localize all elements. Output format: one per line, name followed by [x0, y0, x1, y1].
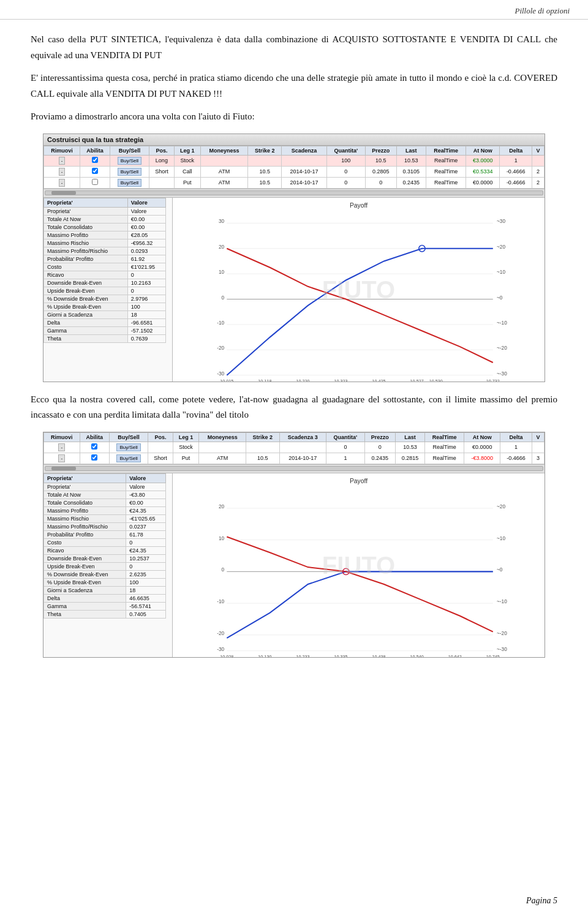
cell-realtime: RealTime [426, 166, 466, 177]
cell2-realtime: RealTime [425, 453, 464, 464]
svg-text:10.530: 10.530 [429, 378, 443, 382]
prop-value: €1'021.95 [127, 263, 165, 271]
prop-label: Downside Break-Even [44, 554, 126, 562]
cell-buysell[interactable]: Buy/Sell [110, 177, 149, 188]
cell-rimuovi[interactable]: - [44, 155, 80, 166]
cell-moneyness: ATM [200, 166, 247, 177]
cell2-delta: 1 [500, 442, 532, 453]
cell-scadenza [282, 155, 326, 166]
property-row: Probabilita' Profitto61.78 [44, 530, 166, 538]
svg-text:~20: ~20 [497, 503, 505, 509]
prop-label: Totale Consolidato [44, 223, 128, 231]
prop-value: 61.78 [126, 530, 166, 538]
property-row: Theta0.7405 [44, 610, 166, 618]
th2-scadenza: Scadenza 3 [279, 432, 326, 442]
property-row: Costo€1'021.95 [44, 263, 166, 271]
prop-label: Totale At Now [44, 215, 128, 223]
prop-label: Massimo Profitto/Rischio [44, 522, 126, 530]
prop-label: Ricavo [44, 271, 128, 279]
svg-text:10.233: 10.233 [296, 654, 309, 657]
cell2-atnow: €0.0000 [464, 442, 500, 453]
cell-moneyness [200, 155, 247, 166]
th-realtime: RealTime [426, 146, 466, 155]
trading-table-2: Rimuovi Abilita Buy/Sell Pos. Leg 1 Mone… [43, 432, 545, 464]
th-abilita: Abilita [80, 146, 110, 155]
cell2-leg: Stock [173, 442, 199, 453]
cell2-abilita[interactable] [80, 453, 109, 464]
properties-panel-2: Proprieta'Valore Proprieta'ValoreTotale … [43, 473, 172, 657]
cell-strike: 10.5 [248, 177, 282, 188]
cell-abilita[interactable] [80, 155, 110, 166]
cell-buysell[interactable]: Buy/Sell [110, 166, 149, 177]
prop-label: Costo [44, 263, 128, 271]
cell2-buysell[interactable]: Buy/Sell [109, 453, 148, 464]
cell-atnow: €3.0000 [466, 155, 500, 166]
cell-quantita: 100 [326, 155, 365, 166]
prop-label: % Upside Break-Even [44, 303, 128, 310]
cell-abilita[interactable] [80, 166, 110, 177]
scrollbar-2[interactable] [43, 464, 545, 473]
cell2-leg: Put [173, 453, 199, 464]
svg-text:10.015: 10.015 [220, 378, 233, 382]
svg-text:0: 0 [222, 567, 225, 573]
cell2-rimuovi[interactable]: - [44, 453, 80, 464]
cell-v: 2 [532, 177, 544, 188]
svg-text:~0: ~0 [497, 295, 503, 300]
cell-buysell[interactable]: Buy/Sell [110, 155, 149, 166]
widget2-bottom: Proprieta'Valore Proprieta'ValoreTotale … [43, 473, 545, 657]
property-row: % Upside Break-Even100 [44, 578, 166, 586]
prop-label: Ricavo [44, 546, 126, 554]
prop-value: 100 [127, 303, 165, 310]
svg-text:10: 10 [219, 535, 225, 541]
svg-text:10.130: 10.130 [258, 654, 271, 657]
cell2-rimuovi[interactable]: - [44, 442, 80, 453]
th2-pos: Pos. [148, 432, 173, 442]
prop-value: €24.35 [126, 546, 166, 554]
cell-abilita[interactable] [80, 177, 110, 188]
th2-leg: Leg 1 [173, 432, 199, 442]
svg-text:~0: ~0 [497, 567, 503, 573]
svg-text:~30: ~30 [497, 219, 505, 224]
property-row: Massimo Profitto/Rischio0.0293 [44, 247, 166, 255]
page-content: Nel caso della PUT SINTETICA, l'equivale… [0, 20, 588, 703]
cell-rimuovi[interactable]: - [44, 177, 80, 188]
cell-pos: Long [149, 155, 175, 166]
th2-delta: Delta [500, 432, 532, 442]
cell-rimuovi[interactable]: - [44, 166, 80, 177]
cell2-abilita[interactable] [80, 442, 109, 453]
svg-text:-30: -30 [217, 371, 224, 376]
property-row: Downside Break-Even10.2163 [44, 279, 166, 287]
cell2-buysell[interactable]: Buy/Sell [109, 442, 148, 453]
prop-value: 46.6635 [126, 594, 166, 602]
property-row: Ricavo0 [44, 271, 166, 279]
prop-header-value: Valore [127, 198, 165, 207]
svg-text:~-10: ~-10 [497, 320, 507, 325]
property-row: Proprieta'Valore [44, 207, 166, 215]
prop-value: 0.7405 [126, 610, 166, 618]
svg-text:10.642: 10.642 [448, 654, 462, 657]
prop-value: 2.6235 [126, 570, 166, 578]
prop-value: -57.1502 [127, 326, 165, 334]
chart-1: FIUTO Payoff 30 20 10 0 -10 -20 -30 ~30 … [172, 198, 545, 382]
prop-value: 18 [127, 310, 165, 318]
th2-v: V [532, 432, 545, 442]
prop-label: % Upside Break-Even [44, 578, 126, 586]
property-row: Gamma-57.1502 [44, 326, 166, 334]
header-title: Pillole di opzioni [514, 6, 570, 15]
svg-text:-20: -20 [217, 345, 224, 351]
svg-text:10.438: 10.438 [372, 654, 386, 657]
property-row: Massimo Rischio-€956.32 [44, 239, 166, 247]
intro-paragraph-3: Proviamo a dimostrarlo ancora una volta … [31, 109, 557, 125]
cell-last: 0.3105 [396, 166, 426, 177]
cell-moneyness: ATM [200, 177, 247, 188]
intro-paragraph-2: E' interessantissima questa cosa, perché… [31, 70, 557, 102]
prop-value: -€1'025.65 [126, 514, 166, 522]
prop-value: 61.92 [127, 255, 165, 263]
properties-table-1: Proprieta'Valore Proprieta'ValoreTotale … [43, 198, 166, 343]
cell-prezzo: 0.2805 [365, 166, 396, 177]
prop-value: 0 [126, 538, 166, 546]
prop-label: % Downside Break-Even [44, 570, 126, 578]
th2-atnow: At Now [464, 432, 500, 442]
scrollbar-1[interactable] [43, 189, 545, 197]
th-quantita: Quantita' [326, 146, 365, 155]
